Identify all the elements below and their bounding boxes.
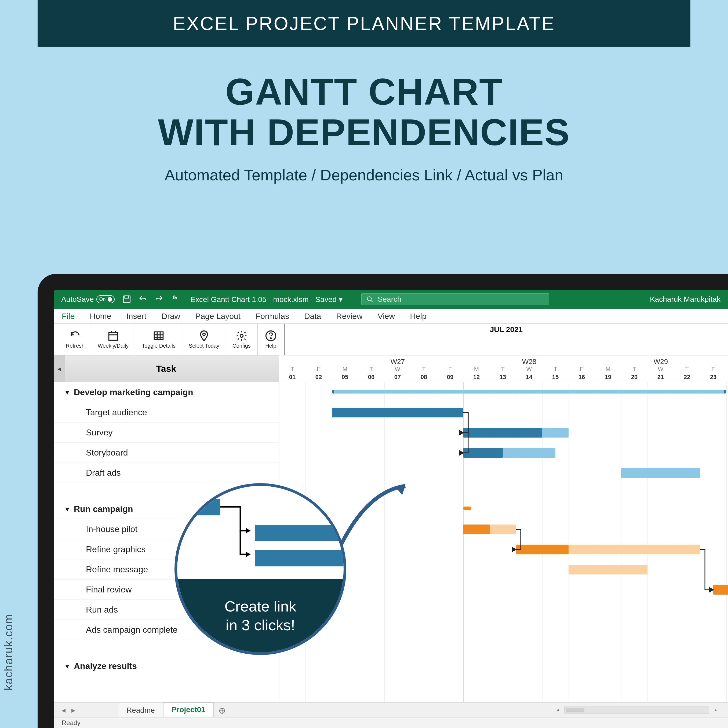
gantt-bar[interactable]	[621, 468, 700, 478]
ribbon-tab-page-layout[interactable]: Page Layout	[195, 312, 240, 321]
svg-marker-15	[395, 486, 405, 495]
custom-toolbar: RefreshWeekly/DailyToggle DetailsSelect …	[54, 324, 728, 355]
task-row[interactable]: Draft ads	[54, 463, 278, 483]
gantt-bar[interactable]	[463, 506, 471, 510]
svg-rect-1	[125, 296, 128, 298]
ribbon-tabs: FileHomeInsertDrawPage LayoutFormulasDat…	[54, 309, 728, 324]
gantt-bar[interactable]	[463, 428, 542, 437]
task-row[interactable]: Survey	[54, 422, 278, 443]
undo-icon[interactable]	[138, 295, 147, 304]
tagline: Automated Template / Dependencies Link /…	[0, 166, 728, 184]
callout-caption: Create linkin 3 clicks!	[177, 579, 344, 652]
ribbon-tab-help[interactable]: Help	[410, 312, 427, 321]
redo-icon[interactable]	[154, 295, 164, 304]
gantt-bar[interactable]	[516, 544, 569, 554]
svg-marker-10	[460, 451, 463, 455]
svg-marker-9	[460, 431, 463, 435]
gantt-bar[interactable]	[463, 448, 503, 458]
ribbon-tab-view[interactable]: View	[378, 312, 395, 321]
user-name[interactable]: Kacharuk Marukpitak	[650, 295, 720, 304]
ribbon-tab-insert[interactable]: Insert	[126, 312, 146, 321]
svg-rect-0	[124, 296, 130, 303]
toolbar-select-today[interactable]: Select Today	[182, 324, 226, 355]
callout-bubble: Create linkin 3 clicks!	[174, 483, 346, 655]
toolbar-help[interactable]: Help	[257, 324, 284, 355]
doc-title[interactable]: Excel Gantt Chart 1.05 - mock.xlsm - Sav…	[190, 295, 342, 304]
ribbon-tab-data[interactable]: Data	[304, 312, 321, 321]
toolbar-toggle-details[interactable]: Toggle Details	[135, 324, 182, 355]
status-bar: Ready	[54, 717, 728, 728]
headline: GANTT CHART WITH DEPENDENCIES	[0, 71, 728, 153]
month-label: JUL 2021	[490, 325, 523, 334]
sheet-tab-project01[interactable]: Project01	[163, 702, 214, 717]
autosave-toggle[interactable]: AutoSave On	[61, 295, 115, 304]
svg-marker-12	[710, 587, 713, 592]
search-input[interactable]: Search	[361, 294, 549, 305]
gantt-bar[interactable]	[463, 525, 489, 534]
toolbar-weekly-daily[interactable]: Weekly/Daily	[91, 324, 135, 355]
horizontal-scrollbar[interactable]: ◂ ▸	[554, 707, 720, 714]
svg-point-6	[240, 335, 243, 337]
week-label: W29	[595, 358, 726, 366]
gantt-bar-actual[interactable]	[503, 448, 555, 458]
sheet-tab-readme[interactable]: Readme	[118, 703, 163, 717]
week-label: W28	[463, 358, 595, 366]
gantt-bar[interactable]	[713, 585, 728, 595]
svg-marker-13	[246, 528, 251, 534]
svg-rect-3	[109, 332, 118, 340]
task-row[interactable]: Storyboard	[54, 443, 278, 463]
task-row[interactable]: Develop marketing campaign	[54, 382, 278, 402]
svg-point-8	[270, 338, 271, 339]
svg-point-2	[367, 297, 371, 301]
ribbon-tab-home[interactable]: Home	[90, 312, 111, 321]
svg-rect-4	[154, 332, 163, 340]
task-row[interactable]: Target audience	[54, 402, 278, 422]
svg-point-5	[203, 333, 205, 335]
tab-nav[interactable]: ◂▸	[62, 705, 75, 714]
gantt-bar[interactable]	[332, 408, 463, 418]
quick-access-toolbar[interactable]	[122, 295, 180, 304]
add-sheet-button[interactable]: ⊕	[214, 704, 231, 717]
titlebar: AutoSave On Excel Gantt Chart 1.05 - moc…	[54, 290, 728, 309]
sheet-tab-strip: ◂▸ Readme Project01 ⊕ ◂ ▸	[54, 702, 728, 717]
ribbon-tab-review[interactable]: Review	[336, 312, 362, 321]
ribbon-tab-formulas[interactable]: Formulas	[255, 312, 289, 321]
collapse-handle[interactable]: ◂	[54, 355, 65, 382]
gantt-bar[interactable]	[332, 390, 726, 393]
toolbar-configs[interactable]: Configs	[226, 324, 257, 355]
task-row[interactable]: Analyze results	[54, 656, 278, 676]
toolbar-refresh[interactable]: Refresh	[59, 324, 91, 355]
banner-title: EXCEL PROJECT PLANNER TEMPLATE	[38, 0, 690, 47]
week-label: W27	[332, 358, 463, 366]
ribbon-tab-file[interactable]: File	[62, 312, 75, 321]
gantt-bar[interactable]	[569, 565, 647, 575]
task-header[interactable]: ◂ Task	[54, 355, 278, 382]
ribbon-tab-draw[interactable]: Draw	[161, 312, 180, 321]
search-icon	[366, 296, 373, 303]
touch-icon[interactable]	[170, 295, 180, 304]
save-icon[interactable]	[122, 295, 131, 304]
callout-arrow	[335, 480, 416, 551]
svg-marker-11	[512, 548, 516, 552]
svg-marker-14	[246, 552, 251, 557]
watermark: kacharuk.com	[2, 614, 15, 690]
